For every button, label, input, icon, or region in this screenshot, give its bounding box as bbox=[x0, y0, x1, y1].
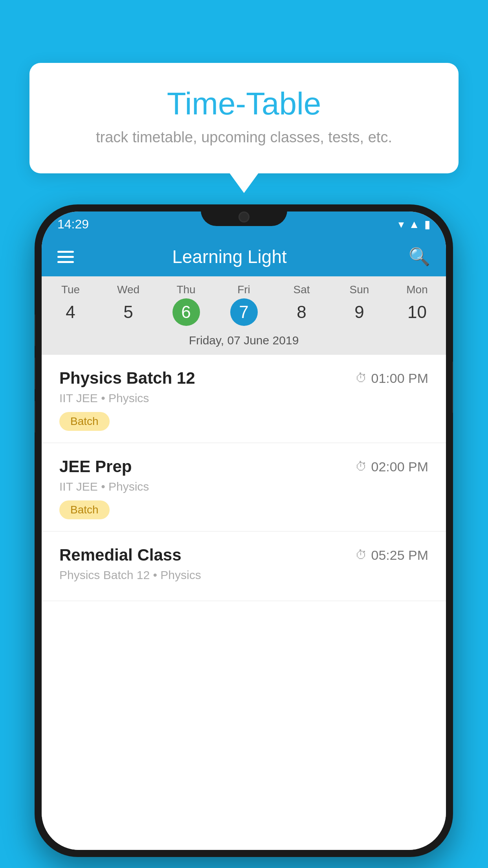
phone-notch bbox=[201, 204, 287, 226]
day-name: Sun bbox=[330, 283, 388, 296]
calendar-day-thu[interactable]: Thu6 bbox=[157, 276, 215, 330]
item-meta: IIT JEE • Physics bbox=[59, 480, 428, 493]
item-title: Remedial Class bbox=[59, 546, 182, 565]
clock-icon: ⏱ bbox=[355, 548, 367, 562]
volume-down-button bbox=[35, 358, 35, 389]
day-number: 7 bbox=[230, 298, 258, 326]
clock-icon: ⏱ bbox=[355, 371, 367, 385]
tooltip-card: Time-Table track timetable, upcoming cla… bbox=[29, 63, 459, 173]
time-text: 01:00 PM bbox=[371, 371, 428, 386]
item-meta: Physics Batch 12 • Physics bbox=[59, 568, 428, 582]
item-time: ⏱05:25 PM bbox=[355, 548, 428, 563]
tooltip-subtitle: track timetable, upcoming classes, tests… bbox=[61, 129, 427, 146]
day-name: Wed bbox=[99, 283, 157, 296]
day-number: 9 bbox=[346, 298, 373, 326]
schedule-list: Physics Batch 12⏱01:00 PMIIT JEE • Physi… bbox=[42, 355, 446, 850]
day-name: Mon bbox=[388, 283, 446, 296]
day-number: 6 bbox=[172, 298, 200, 326]
selected-date-label: Friday, 07 June 2019 bbox=[42, 330, 446, 355]
status-time: 14:29 bbox=[57, 217, 89, 232]
day-number: 5 bbox=[115, 298, 142, 326]
search-button[interactable]: 🔍 bbox=[409, 246, 430, 267]
time-text: 02:00 PM bbox=[371, 459, 428, 474]
schedule-item[interactable]: Physics Batch 12⏱01:00 PMIIT JEE • Physi… bbox=[42, 355, 446, 443]
signal-icon: ▲ bbox=[409, 218, 420, 231]
power-button bbox=[452, 362, 453, 413]
calendar-day-sat[interactable]: Sat8 bbox=[273, 276, 330, 330]
batch-badge: Batch bbox=[59, 412, 110, 431]
day-name: Tue bbox=[42, 283, 99, 296]
day-number: 4 bbox=[57, 298, 84, 326]
status-icons: ▾ ▲ ▮ bbox=[398, 218, 430, 231]
day-number: 10 bbox=[404, 298, 431, 326]
schedule-item[interactable]: JEE Prep⏱02:00 PMIIT JEE • PhysicsBatch bbox=[42, 443, 446, 531]
app-title: Learning Light bbox=[86, 246, 373, 267]
item-meta: IIT JEE • Physics bbox=[59, 392, 428, 405]
hamburger-menu[interactable] bbox=[57, 251, 74, 263]
item-time: ⏱01:00 PM bbox=[355, 371, 428, 386]
day-name: Fri bbox=[215, 283, 273, 296]
item-title: Physics Batch 12 bbox=[59, 369, 195, 388]
calendar-week-row: Tue4Wed5Thu6Fri7Sat8Sun9Mon10 bbox=[42, 276, 446, 330]
tooltip-title: Time-Table bbox=[61, 86, 427, 121]
item-title: JEE Prep bbox=[59, 457, 132, 476]
calendar-day-tue[interactable]: Tue4 bbox=[42, 276, 99, 330]
calendar-day-sun[interactable]: Sun9 bbox=[330, 276, 388, 330]
wifi-icon: ▾ bbox=[398, 218, 404, 231]
schedule-item[interactable]: Remedial Class⏱05:25 PMPhysics Batch 12 … bbox=[42, 531, 446, 601]
item-time: ⏱02:00 PM bbox=[355, 459, 428, 474]
calendar-day-fri[interactable]: Fri7 bbox=[215, 276, 273, 330]
front-camera bbox=[238, 211, 250, 223]
phone-frame: 14:29 ▾ ▲ ▮ Learning Light 🔍 Tue4Wed5Thu… bbox=[35, 204, 453, 857]
volume-up-button bbox=[35, 314, 35, 346]
silent-button bbox=[35, 401, 35, 432]
batch-badge: Batch bbox=[59, 500, 110, 519]
time-text: 05:25 PM bbox=[371, 548, 428, 563]
phone-screen: 14:29 ▾ ▲ ▮ Learning Light 🔍 Tue4Wed5Thu… bbox=[42, 211, 446, 850]
day-name: Sat bbox=[273, 283, 330, 296]
battery-icon: ▮ bbox=[424, 218, 430, 231]
calendar-day-mon[interactable]: Mon10 bbox=[388, 276, 446, 330]
calendar-day-wed[interactable]: Wed5 bbox=[99, 276, 157, 330]
day-name: Thu bbox=[157, 283, 215, 296]
clock-icon: ⏱ bbox=[355, 460, 367, 473]
app-bar: Learning Light 🔍 bbox=[42, 237, 446, 276]
day-number: 8 bbox=[288, 298, 316, 326]
